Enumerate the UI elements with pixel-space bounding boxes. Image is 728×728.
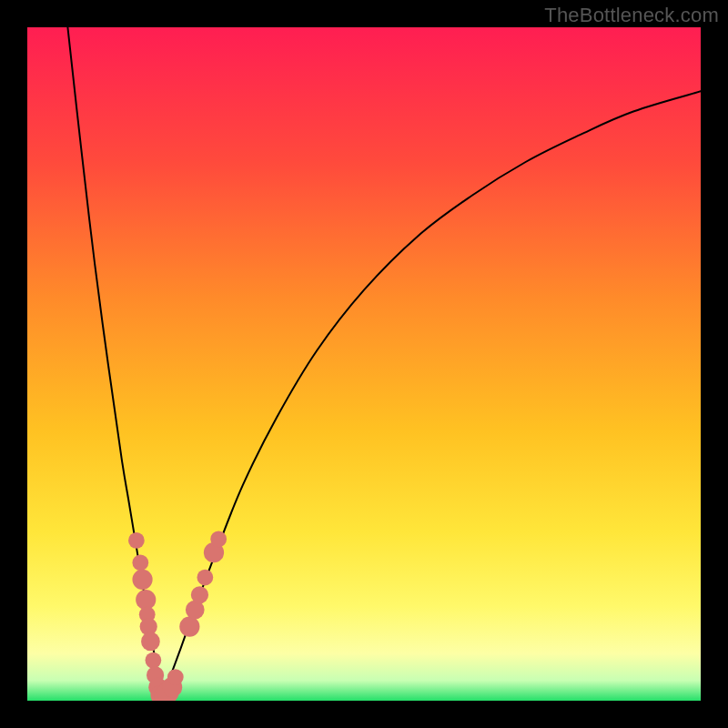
highlight-marker bbox=[197, 570, 213, 586]
highlight-marker bbox=[128, 532, 145, 549]
highlight-marker bbox=[132, 570, 152, 590]
watermark-text: TheBottleneck.com bbox=[544, 4, 719, 27]
highlight-marker bbox=[146, 652, 162, 669]
highlight-marker bbox=[191, 586, 208, 603]
highlight-marker bbox=[179, 617, 199, 637]
highlight-marker bbox=[132, 554, 148, 571]
plot-area bbox=[27, 27, 701, 701]
plot-background bbox=[27, 27, 701, 701]
highlight-marker bbox=[210, 531, 227, 548]
highlight-marker bbox=[167, 669, 184, 685]
chart-svg bbox=[27, 27, 701, 701]
chart-frame: TheBottleneck.com bbox=[0, 0, 728, 728]
highlight-marker bbox=[141, 632, 160, 652]
